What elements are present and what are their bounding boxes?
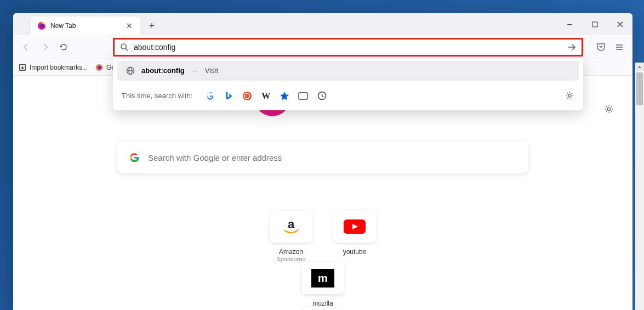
reload-button[interactable] [55,38,72,56]
content-area: Firefox a AmazonSponsored youtube m mozi… [13,76,632,310]
svg-point-6 [121,44,126,49]
firefox-favicon-icon [37,21,46,30]
back-button [18,38,35,56]
topsite-vogue[interactable]: V vogue [13,307,632,310]
minimize-button[interactable] [557,13,582,35]
toolbar: about:config — Visit This time, search w… [13,35,632,59]
duckduckgo-engine-icon[interactable] [242,91,253,102]
newtab-search-input[interactable] [148,153,517,162]
topsite-mozilla[interactable]: m mozilla [13,262,632,307]
scrollbar-thumb[interactable] [636,72,643,105]
forward-button [36,38,54,56]
import-bookmarks-label: Import bookmarks... [30,64,88,71]
search-icon [120,43,128,51]
svg-line-7 [126,48,128,50]
globe-icon [126,66,135,75]
wikipedia-engine-icon[interactable]: W [260,91,271,102]
close-window-button[interactable] [607,13,632,35]
url-bar[interactable] [113,38,583,57]
svg-point-16 [568,94,571,97]
svg-point-13 [245,93,249,98]
google-engine-icon[interactable] [204,91,215,102]
bookmarks-engine-icon[interactable] [279,91,290,102]
google-g-icon [128,151,140,164]
search-settings-icon[interactable] [565,91,574,100]
svg-point-1 [40,24,44,28]
suggestion-text: about:config [141,66,185,75]
topsite-youtube[interactable]: youtube [333,211,376,262]
import-bookmarks-button[interactable]: Import bookmarks... [19,64,88,71]
tabs-engine-icon[interactable] [298,91,309,102]
tab-new-tab[interactable]: New Tab ✕ [31,16,140,35]
app-menu-button[interactable] [611,38,628,56]
pocket-button[interactable] [592,38,609,56]
svg-rect-3 [592,22,597,27]
bing-engine-icon[interactable] [223,91,234,102]
tab-title: New Tab [50,22,76,30]
suggestion-action: Visit [205,66,218,75]
svg-point-22 [98,65,101,69]
tab-close-icon[interactable]: ✕ [124,20,135,31]
scroll-up-icon[interactable] [635,63,644,71]
svg-rect-14 [299,92,307,99]
suggestion-row[interactable]: about:config — Visit [117,61,579,81]
window-controls [557,13,632,35]
new-tab-button[interactable]: + [144,18,160,34]
svg-text:a: a [288,218,295,231]
topsites-grid: a AmazonSponsored youtube [13,211,632,262]
topsite-amazon[interactable]: a AmazonSponsored [270,211,312,262]
search-with-row: This time, search with: W [113,81,583,104]
svg-text:m: m [318,272,328,284]
scrollbar[interactable] [635,63,644,310]
maximize-button[interactable] [582,13,607,35]
newtab-settings-icon[interactable] [604,104,614,114]
newtab-search-box[interactable] [117,142,528,173]
search-with-label: This time, search with: [122,92,192,100]
history-engine-icon[interactable] [316,91,327,102]
urlbar-dropdown: about:config — Visit This time, search w… [113,59,583,110]
tab-strip: New Tab ✕ + [13,13,632,35]
go-arrow-icon[interactable] [567,43,576,52]
url-input[interactable] [134,43,562,52]
svg-point-23 [607,108,610,110]
browser-window: New Tab ✕ + about:config — [13,13,632,310]
